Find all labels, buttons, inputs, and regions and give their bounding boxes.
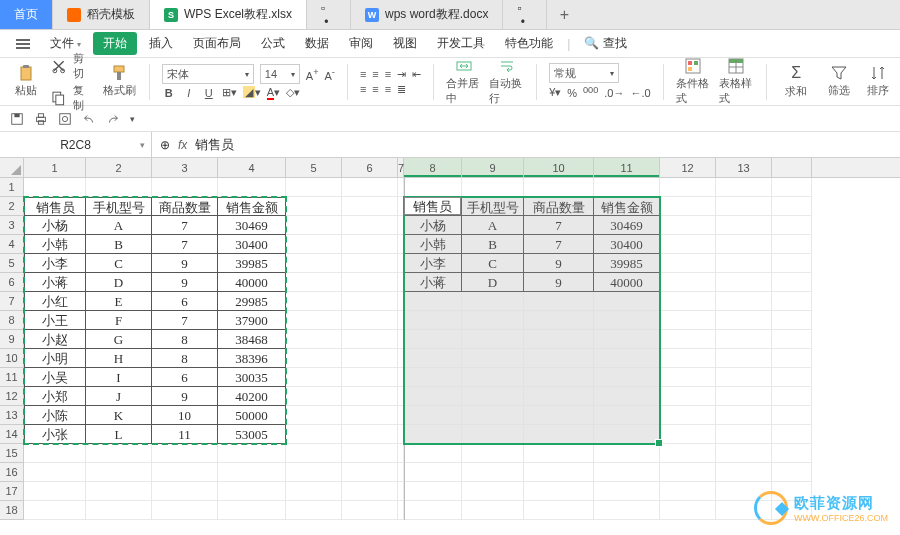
row-header[interactable]: 11 [0, 368, 23, 387]
cell[interactable] [404, 463, 462, 482]
row-header[interactable]: 2 [0, 197, 23, 216]
cell[interactable] [286, 292, 342, 311]
cell[interactable]: 30469 [218, 216, 286, 235]
col-header[interactable]: 10 [524, 158, 594, 177]
qat-undo-button[interactable] [82, 112, 96, 126]
indent-dec-button[interactable]: ⇤ [412, 68, 421, 81]
cell[interactable]: 小郑 [24, 387, 86, 406]
cell[interactable]: B [86, 235, 152, 254]
col-header[interactable] [772, 158, 812, 177]
cell[interactable] [286, 330, 342, 349]
new-tab-button[interactable]: + [547, 0, 581, 29]
cell[interactable]: 9 [524, 254, 594, 273]
cell[interactable] [772, 273, 812, 292]
cell[interactable]: 6 [152, 368, 218, 387]
cell[interactable]: 销售员 [24, 197, 86, 216]
cell[interactable] [462, 444, 524, 463]
cell[interactable] [772, 292, 812, 311]
font-color-button[interactable]: A▾ [267, 86, 280, 99]
cell[interactable] [524, 463, 594, 482]
qat-preview-button[interactable] [58, 112, 72, 126]
select-all-corner[interactable] [0, 158, 24, 177]
cell[interactable]: 40200 [218, 387, 286, 406]
cell[interactable] [594, 387, 660, 406]
cell[interactable] [716, 292, 772, 311]
row-header[interactable]: 1 [0, 178, 23, 197]
cell[interactable]: J [86, 387, 152, 406]
row-header[interactable]: 3 [0, 216, 23, 235]
formula-input[interactable]: 销售员 [195, 136, 234, 154]
cell[interactable] [716, 425, 772, 444]
cell[interactable] [342, 330, 398, 349]
cell[interactable] [286, 501, 342, 520]
fill-color-button[interactable]: ◢▾ [243, 86, 261, 99]
row-header[interactable]: 5 [0, 254, 23, 273]
cell[interactable] [286, 406, 342, 425]
cell[interactable] [660, 387, 716, 406]
cell[interactable] [462, 368, 524, 387]
bold-button[interactable]: B [162, 87, 176, 99]
cell[interactable] [404, 368, 462, 387]
cell[interactable]: C [86, 254, 152, 273]
cell[interactable] [524, 178, 594, 197]
cell[interactable] [716, 273, 772, 292]
cell[interactable] [462, 178, 524, 197]
cell[interactable] [24, 444, 86, 463]
cell[interactable] [772, 444, 812, 463]
col-header[interactable]: 12 [660, 158, 716, 177]
fx-label[interactable]: fx [178, 138, 187, 152]
cell[interactable] [218, 463, 286, 482]
copy-button[interactable]: 复制 [51, 83, 94, 113]
cell[interactable] [660, 311, 716, 330]
col-header[interactable]: 8 [404, 158, 462, 177]
cell[interactable] [86, 482, 152, 501]
cell[interactable]: 小韩 [24, 235, 86, 254]
cell[interactable] [716, 235, 772, 254]
cell[interactable] [772, 463, 812, 482]
col-header[interactable]: 9 [462, 158, 524, 177]
font-size-select[interactable]: 14▾ [260, 64, 300, 84]
qat-print-button[interactable] [34, 112, 48, 126]
cell[interactable] [462, 463, 524, 482]
cell[interactable] [660, 197, 716, 216]
cell[interactable]: 30035 [218, 368, 286, 387]
qat-redo-button[interactable] [106, 112, 120, 126]
align-top-button[interactable]: ≡ [360, 68, 366, 80]
fx-icon[interactable]: ⊕ [160, 138, 170, 152]
increase-font-button[interactable]: A+ [306, 67, 319, 82]
align-right-button[interactable]: ≡ [385, 83, 391, 95]
col-header[interactable]: 13 [716, 158, 772, 177]
cell[interactable] [342, 197, 398, 216]
cell[interactable] [716, 254, 772, 273]
cell[interactable]: 7 [152, 235, 218, 254]
cut-button[interactable]: 剪切 [51, 51, 94, 81]
col-header[interactable]: 4 [218, 158, 286, 177]
cell[interactable] [594, 292, 660, 311]
cell[interactable] [772, 254, 812, 273]
cell[interactable] [716, 387, 772, 406]
number-format-select[interactable]: 常规▾ [549, 63, 619, 83]
cell[interactable]: 39985 [594, 254, 660, 273]
cell[interactable] [152, 501, 218, 520]
cell[interactable] [524, 444, 594, 463]
cell[interactable] [462, 330, 524, 349]
cell[interactable] [524, 501, 594, 520]
cell[interactable] [286, 368, 342, 387]
cell[interactable]: 小韩 [404, 235, 462, 254]
cell[interactable] [660, 368, 716, 387]
row-header[interactable]: 14 [0, 425, 23, 444]
cell[interactable]: 小赵 [24, 330, 86, 349]
cell[interactable] [594, 178, 660, 197]
cell[interactable]: 销售金额 [218, 197, 286, 216]
cell[interactable]: K [86, 406, 152, 425]
cell[interactable] [286, 387, 342, 406]
cell[interactable] [404, 178, 462, 197]
cell[interactable] [342, 368, 398, 387]
cell[interactable] [404, 349, 462, 368]
cell[interactable] [594, 406, 660, 425]
cell[interactable] [24, 501, 86, 520]
format-painter-button[interactable]: 格式刷 [102, 65, 137, 98]
row-header[interactable]: 18 [0, 501, 23, 520]
cell[interactable]: 37900 [218, 311, 286, 330]
row-header[interactable]: 6 [0, 273, 23, 292]
